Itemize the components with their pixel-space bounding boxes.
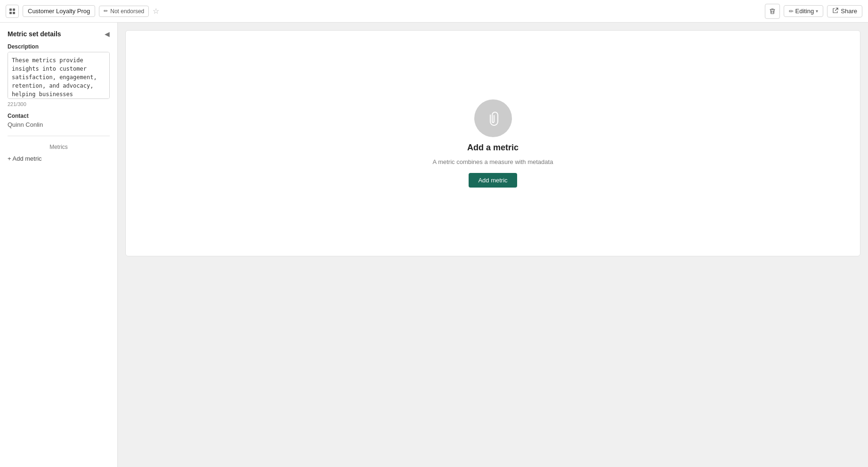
char-count: 221/300: [8, 101, 110, 107]
paperclip-icon: [485, 110, 502, 127]
description-label: Description: [8, 43, 110, 50]
empty-title: Add a metric: [467, 143, 519, 153]
svg-rect-0: [9, 8, 12, 11]
status-badge[interactable]: ✏ Not endorsed: [99, 6, 149, 17]
empty-icon-circle: [474, 99, 512, 137]
add-metric-sidebar-label: + Add metric: [8, 155, 42, 162]
description-section: Description These metrics provide insigh…: [8, 43, 110, 107]
tab-title[interactable]: Customer Loyalty Prog: [23, 5, 95, 17]
empty-state: Add a metric A metric combines a measure…: [414, 81, 572, 206]
topbar-right: ✏ Editing ▾ Share: [765, 4, 862, 19]
share-label: Share: [841, 8, 857, 15]
share-button[interactable]: Share: [827, 5, 862, 17]
metrics-label: Metrics: [8, 144, 110, 150]
star-button[interactable]: ☆: [153, 7, 159, 16]
collapse-sidebar-button[interactable]: ◀: [105, 30, 110, 38]
contact-label: Contact: [8, 113, 110, 119]
empty-subtitle: A metric combines a measure with metadat…: [433, 158, 553, 165]
status-label: Not endorsed: [110, 8, 144, 15]
svg-rect-3: [13, 12, 15, 14]
metrics-section: Metrics + Add metric: [8, 144, 110, 163]
sidebar-title: Metric set details: [8, 30, 61, 38]
contact-section: Contact Quinn Conlin: [8, 113, 110, 128]
content-area: Add a metric A metric combines a measure…: [118, 23, 868, 467]
svg-rect-2: [9, 12, 12, 14]
editing-pencil-icon: ✏: [789, 8, 794, 15]
description-textarea[interactable]: These metrics provide insights into cust…: [8, 52, 110, 99]
divider: [8, 136, 110, 136]
add-metric-sidebar-button[interactable]: + Add metric: [8, 154, 110, 163]
grid-icon-button[interactable]: [6, 5, 19, 18]
topbar-left: Customer Loyalty Prog ✏ Not endorsed ☆: [6, 5, 761, 18]
contact-name: Quinn Conlin: [8, 121, 110, 128]
svg-rect-1: [13, 8, 15, 11]
sidebar-header: Metric set details ◀: [8, 30, 110, 38]
share-icon: [832, 8, 838, 15]
topbar: Customer Loyalty Prog ✏ Not endorsed ☆ ✏…: [0, 0, 868, 23]
star-icon: ☆: [153, 7, 159, 15]
editing-label: Editing: [795, 8, 814, 15]
main-layout: Metric set details ◀ Description These m…: [0, 23, 868, 467]
sidebar: Metric set details ◀ Description These m…: [0, 23, 118, 467]
chevron-down-icon: ▾: [816, 8, 818, 14]
pencil-icon: ✏: [104, 8, 108, 14]
add-metric-main-button[interactable]: Add metric: [469, 173, 517, 188]
delete-button[interactable]: [765, 4, 780, 19]
metric-panel: Add a metric A metric combines a measure…: [125, 30, 860, 256]
editing-button[interactable]: ✏ Editing ▾: [784, 5, 824, 17]
